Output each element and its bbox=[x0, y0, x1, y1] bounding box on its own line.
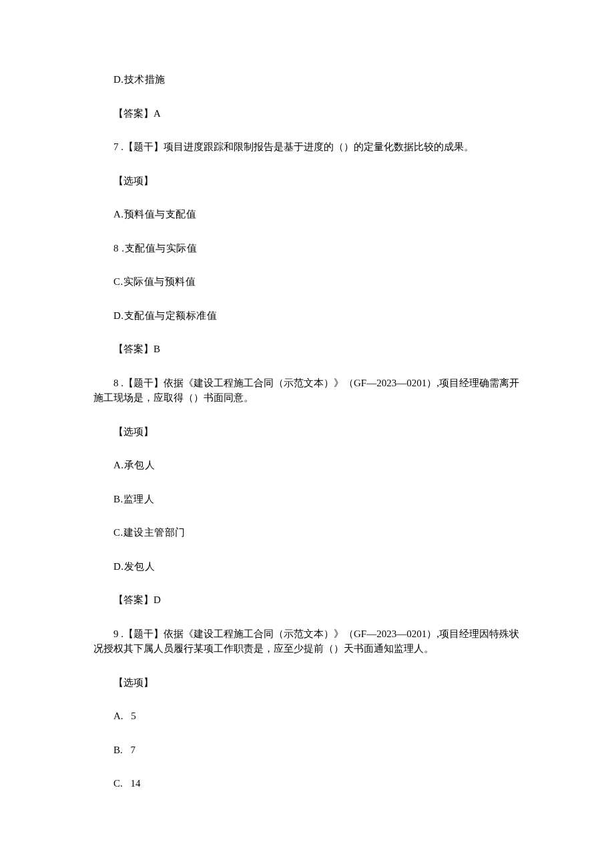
q7-option-c: C.实际值与预料值 bbox=[93, 274, 521, 290]
q8-answer: 【答案】D bbox=[93, 592, 521, 608]
q9-stem: 9 .【题干】依据《建设工程施工合同（示范文本）》（GF—2023—0201）,… bbox=[93, 626, 521, 657]
q9-option-a-value: 5 bbox=[131, 711, 136, 721]
q8-stem-text: 8 .【题干】依据《建设工程施工合同（示范文本）》（GF—2023—0201）,… bbox=[93, 378, 519, 404]
q7-option-a: A.预料值与支配值 bbox=[93, 207, 521, 222]
q9-option-c-prefix: C. bbox=[113, 778, 123, 789]
q8-option-c: C.建设主管部门 bbox=[93, 525, 521, 540]
q9-option-a: A. 5 bbox=[93, 709, 521, 724]
q8-stem: 8 .【题干】依据《建设工程施工合同（示范文本）》（GF—2023—0201）,… bbox=[93, 376, 521, 406]
page: D.技术措施 【答案】A 7 .【题干】项目进度跟踪和限制报告是基于进度的（）的… bbox=[0, 0, 614, 868]
q9-option-b-value: 7 bbox=[131, 745, 136, 755]
q6-option-d: D.技术措施 bbox=[93, 72, 521, 87]
q6-answer: 【答案】A bbox=[93, 106, 521, 121]
q7-option-d: D.支配值与定额标准值 bbox=[93, 308, 521, 324]
q8-option-d: D.发包人 bbox=[93, 559, 521, 574]
q8-option-a: A.承包人 bbox=[93, 458, 521, 473]
q8-option-b: B.监理人 bbox=[93, 492, 521, 507]
q9-option-c: C. 14 bbox=[93, 776, 521, 791]
q9-option-a-prefix: A. bbox=[113, 711, 123, 721]
q7-options-label: 【选项】 bbox=[93, 173, 521, 189]
q9-option-b: B. 7 bbox=[93, 743, 521, 758]
q9-options-label: 【选项】 bbox=[93, 675, 521, 691]
q7-answer: 【答案】B bbox=[93, 342, 521, 357]
q7-stem: 7 .【题干】项目进度跟踪和限制报告是基于进度的（）的定量化数据比较的成果。 bbox=[93, 139, 521, 155]
q7-option-b: 8 .支配值与实际值 bbox=[93, 241, 521, 256]
q9-option-c-value: 14 bbox=[131, 778, 141, 789]
q9-option-b-prefix: B. bbox=[113, 745, 123, 755]
q9-stem-text: 9 .【题干】依据《建设工程施工合同（示范文本）》（GF—2023—0201）,… bbox=[93, 628, 519, 655]
q8-options-label: 【选项】 bbox=[93, 424, 521, 440]
